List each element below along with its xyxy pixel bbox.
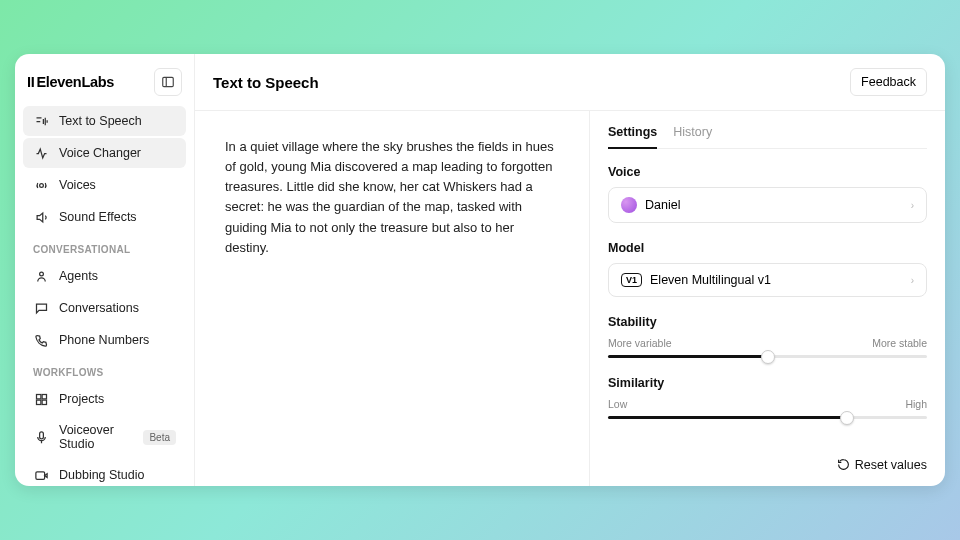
sidebar-collapse-button[interactable]	[154, 68, 182, 96]
main: Text to Speech Feedback In a quiet villa…	[195, 54, 945, 486]
model-select[interactable]: V1 Eleven Multilingual v1 ›	[608, 263, 927, 297]
voiceover-icon	[33, 429, 49, 445]
sidebar-item-label: Projects	[59, 392, 104, 406]
section-conversational: CONVERSATIONAL	[23, 234, 186, 261]
model-version-badge: V1	[621, 273, 642, 287]
beta-badge: Beta	[143, 430, 176, 445]
stability-slider[interactable]	[608, 355, 927, 358]
svg-point-3	[39, 272, 43, 276]
stability-high-label: More stable	[872, 337, 927, 349]
page-title: Text to Speech	[213, 74, 319, 91]
chevron-right-icon: ›	[911, 200, 914, 211]
similarity-slider[interactable]	[608, 416, 927, 419]
sidebar-item-label: Agents	[59, 269, 98, 283]
voice-select[interactable]: Daniel ›	[608, 187, 927, 223]
dubbing-icon	[33, 467, 49, 483]
sidebar-item-label: Text to Speech	[59, 114, 142, 128]
sound-effects-icon	[33, 209, 49, 225]
reset-values-button[interactable]: Reset values	[837, 458, 927, 472]
settings-tabs: Settings History	[608, 125, 927, 149]
sidebar-header: IIElevenLabs	[23, 62, 186, 106]
svg-rect-5	[42, 394, 46, 398]
model-label: Model	[608, 241, 927, 255]
sidebar-item-voices[interactable]: Voices	[23, 170, 186, 200]
text-editor[interactable]: In a quiet village where the sky brushes…	[195, 111, 590, 486]
sidebar-item-label: Phone Numbers	[59, 333, 149, 347]
voice-value: Daniel	[645, 198, 680, 212]
svg-rect-9	[35, 471, 44, 479]
similarity-low-label: Low	[608, 398, 627, 410]
voice-changer-icon	[33, 145, 49, 161]
sidebar-item-label: Voiceover Studio	[59, 423, 133, 451]
svg-point-2	[39, 183, 43, 187]
editor-text[interactable]: In a quiet village where the sky brushes…	[225, 137, 559, 258]
section-workflows: WORKFLOWS	[23, 357, 186, 384]
sidebar-item-conversations[interactable]: Conversations	[23, 293, 186, 323]
chevron-right-icon: ›	[911, 275, 914, 286]
projects-icon	[33, 391, 49, 407]
conversations-icon	[33, 300, 49, 316]
svg-rect-4	[36, 394, 40, 398]
model-value: Eleven Multilingual v1	[650, 273, 771, 287]
sidebar-item-label: Voices	[59, 178, 96, 192]
panel-icon	[161, 75, 175, 89]
similarity-slider-group: Similarity Low High	[608, 376, 927, 419]
sidebar-item-text-to-speech[interactable]: Text to Speech	[23, 106, 186, 136]
app-frame: IIElevenLabs Text to Speech Voice Change…	[15, 54, 945, 486]
feedback-button[interactable]: Feedback	[850, 68, 927, 96]
topbar: Text to Speech Feedback	[195, 54, 945, 111]
similarity-thumb[interactable]	[840, 411, 854, 425]
text-to-speech-icon	[33, 113, 49, 129]
svg-rect-0	[163, 77, 174, 86]
sidebar-item-voice-changer[interactable]: Voice Changer	[23, 138, 186, 168]
voice-label: Voice	[608, 165, 927, 179]
voices-icon	[33, 177, 49, 193]
sidebar-item-phone-numbers[interactable]: Phone Numbers	[23, 325, 186, 355]
brand-text: ElevenLabs	[36, 74, 114, 90]
stability-label: Stability	[608, 315, 927, 329]
sidebar-item-agents[interactable]: Agents	[23, 261, 186, 291]
stability-slider-group: Stability More variable More stable	[608, 315, 927, 358]
phone-icon	[33, 332, 49, 348]
reset-label: Reset values	[855, 458, 927, 472]
agents-icon	[33, 268, 49, 284]
sidebar-item-dubbing-studio[interactable]: Dubbing Studio	[23, 460, 186, 486]
svg-rect-8	[39, 431, 43, 438]
sidebar-item-label: Conversations	[59, 301, 139, 315]
svg-rect-6	[36, 400, 40, 404]
stability-fill	[608, 355, 768, 358]
sidebar-item-label: Voice Changer	[59, 146, 141, 160]
reset-icon	[837, 458, 850, 471]
stability-low-label: More variable	[608, 337, 672, 349]
sidebar: IIElevenLabs Text to Speech Voice Change…	[15, 54, 195, 486]
sidebar-item-label: Sound Effects	[59, 210, 137, 224]
svg-rect-7	[42, 400, 46, 404]
similarity-label: Similarity	[608, 376, 927, 390]
content-area: In a quiet village where the sky brushes…	[195, 111, 945, 486]
stability-thumb[interactable]	[761, 350, 775, 364]
tab-history[interactable]: History	[673, 125, 712, 148]
reset-row: Reset values	[608, 437, 927, 475]
brand-logo: IIElevenLabs	[27, 74, 114, 90]
similarity-range-labels: Low High	[608, 398, 927, 410]
sidebar-item-sound-effects[interactable]: Sound Effects	[23, 202, 186, 232]
settings-panel: Settings History Voice Daniel › Model V1…	[590, 111, 945, 486]
sidebar-item-projects[interactable]: Projects	[23, 384, 186, 414]
similarity-fill	[608, 416, 847, 419]
similarity-high-label: High	[905, 398, 927, 410]
tab-settings[interactable]: Settings	[608, 125, 657, 149]
voice-avatar-icon	[621, 197, 637, 213]
sidebar-item-voiceover-studio[interactable]: Voiceover Studio Beta	[23, 416, 186, 458]
stability-range-labels: More variable More stable	[608, 337, 927, 349]
sidebar-item-label: Dubbing Studio	[59, 468, 144, 482]
